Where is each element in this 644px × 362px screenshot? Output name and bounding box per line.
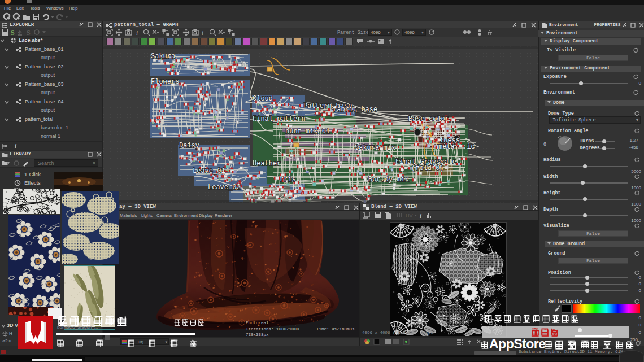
svg-text:UV: UV	[406, 213, 413, 219]
svg-text:meta. .ic: meta. .ic	[438, 143, 475, 151]
svg-text:i: i	[202, 29, 203, 36]
svg-text:hunt mix 01: hunt mix 01	[285, 128, 330, 136]
svg-text:Cloud: Cloud	[253, 95, 273, 103]
svg-text:Photoreal: Photoreal	[246, 321, 269, 325]
svg-text:730x358px: 730x358px	[246, 333, 269, 337]
svg-text:Heather: Heather	[253, 160, 281, 168]
svg-text:fabric_base: fabric_base	[333, 106, 377, 114]
svg-text:S: S	[27, 29, 31, 36]
svg-text:Iterations: 1000/1000: Iterations: 1000/1000	[246, 327, 299, 332]
svg-text:S: S	[11, 29, 15, 36]
svg-text:Base color: Base color	[408, 115, 449, 123]
svg-text:Sakura: Sakura	[151, 53, 175, 60]
svg-text:Bor.dy mix: Bor.dy mix	[368, 176, 409, 184]
svg-text:Flowers: Flowers	[151, 78, 179, 86]
svg-text:rris: rris	[280, 176, 296, 184]
svg-text:(fold 0): (fold 0)	[411, 164, 444, 172]
svg-text:Leave_02: Leave_02	[208, 184, 241, 191]
svg-text:Daisy: Daisy	[179, 142, 199, 150]
svg-text:Final_pattern: Final_pattern	[253, 115, 306, 123]
svg-text:i: i	[136, 29, 138, 36]
svg-text:Leave_01: Leave_01	[193, 167, 225, 175]
svg-text:Sakura mix: Sakura mix	[355, 144, 395, 152]
svg-text:Time: 9s/1h0m0s: Time: 9s/1h0m0s	[316, 327, 355, 332]
svg-text:i: i	[420, 212, 422, 219]
